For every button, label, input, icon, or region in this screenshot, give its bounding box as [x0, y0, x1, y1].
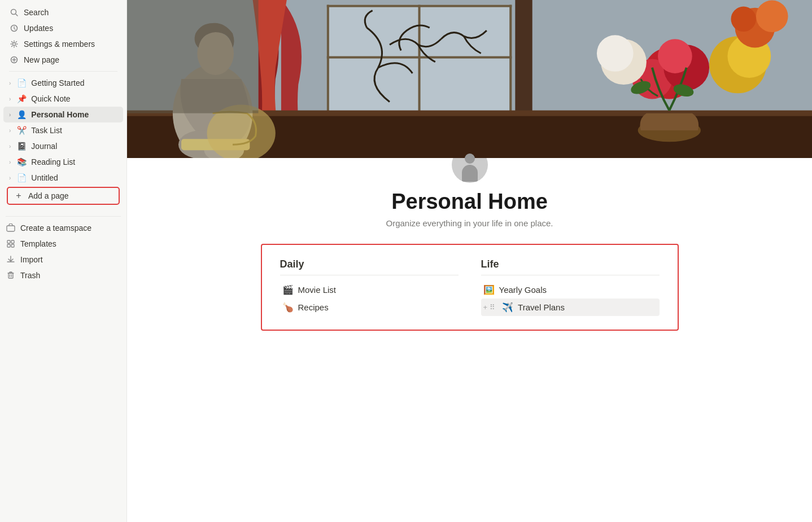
chevron-icon: ›: [9, 96, 11, 102]
yearly-goals-item[interactable]: 🖼️ Yearly Goals: [481, 281, 660, 299]
svg-point-38: [731, 7, 756, 32]
svg-point-37: [756, 1, 788, 33]
sidebar-item-import[interactable]: Import: [0, 252, 126, 267]
sidebar-item-reading-list[interactable]: › 📚 Reading List: [3, 154, 123, 170]
life-header: Life: [481, 258, 660, 275]
travel-plans-actions: + ⠿: [483, 303, 496, 312]
page-subtitle: Organize everything in your life in one …: [261, 218, 679, 228]
sidebar-item-trash[interactable]: Trash: [0, 267, 126, 283]
settings-icon: [9, 39, 19, 49]
page-body: Personal Home Organize everything in you…: [216, 158, 724, 365]
sidebar-item-quick-note[interactable]: › 📌 Quick Note: [3, 91, 123, 107]
svg-rect-17: [327, 5, 329, 119]
sidebar-top: Search Updates Settings & members: [0, 0, 126, 208]
updates-icon: [9, 23, 19, 33]
templates-icon: [6, 239, 16, 249]
reading-list-label: Reading List: [31, 157, 117, 166]
recipes-label: Recipes: [298, 302, 329, 312]
teamspace-icon: [6, 223, 16, 233]
plus-icon: +: [14, 191, 24, 201]
updates-label: Updates: [24, 24, 117, 33]
daily-column: Daily 🎬 Movie List 🍗 Recipes: [280, 258, 459, 316]
svg-rect-11: [11, 244, 14, 247]
svg-rect-45: [127, 0, 258, 113]
cover-painting: [127, 0, 812, 158]
settings-label: Settings & members: [24, 40, 117, 49]
chevron-icon: ›: [9, 80, 11, 86]
svg-rect-18: [509, 5, 512, 119]
movie-list-icon: 🎬: [282, 284, 294, 295]
sidebar-item-journal[interactable]: › 📓 Journal: [3, 138, 123, 154]
sidebar-item-search[interactable]: Search: [3, 5, 123, 20]
daily-header: Daily: [280, 258, 459, 275]
movie-list-item[interactable]: 🎬 Movie List: [280, 281, 459, 299]
add-icon: +: [483, 303, 488, 312]
sidebar-divider-bottom: [6, 216, 121, 217]
templates-label: Templates: [20, 239, 121, 248]
trash-label: Trash: [20, 271, 121, 280]
new-page-label: New page: [24, 55, 117, 64]
quick-note-label: Quick Note: [31, 94, 117, 103]
travel-plans-label: Travel Plans: [518, 302, 565, 312]
sidebar-item-settings[interactable]: Settings & members: [3, 36, 123, 52]
main-content: Personal Home Organize everything in you…: [127, 0, 812, 522]
book-icon: 📚: [16, 157, 27, 167]
cover-image: [127, 0, 812, 158]
drag-icon: ⠿: [490, 303, 495, 312]
getting-started-label: Getting Started: [31, 78, 117, 87]
sidebar: Search Updates Settings & members: [0, 0, 127, 522]
new-page-icon: [9, 55, 19, 65]
sidebar-item-new-page[interactable]: New page: [3, 52, 123, 68]
svg-rect-8: [7, 240, 10, 243]
search-icon: [9, 7, 19, 17]
chevron-icon: ›: [9, 143, 11, 150]
avatar-body: [462, 165, 478, 182]
svg-rect-10: [7, 244, 10, 247]
sidebar-item-untitled[interactable]: › 📄 Untitled: [3, 170, 123, 186]
scissors-icon: ✂️: [16, 125, 27, 135]
add-page-button[interactable]: + Add a page: [7, 187, 120, 205]
avatar-figure: [460, 153, 480, 183]
life-column: Life 🖼️ Yearly Goals + ⠿ ✈️ Travel Plans: [481, 258, 660, 316]
svg-point-3: [13, 43, 16, 46]
sidebar-item-personal-home[interactable]: › 👤 Personal Home: [3, 107, 123, 122]
svg-rect-7: [7, 226, 15, 231]
svg-rect-12: [8, 273, 13, 278]
search-label: Search: [24, 8, 117, 17]
svg-point-31: [597, 35, 634, 72]
import-label: Import: [20, 255, 121, 264]
svg-line-1: [16, 14, 18, 16]
untitled-label: Untitled: [31, 173, 117, 182]
sidebar-item-getting-started[interactable]: › 📄 Getting Started: [3, 75, 123, 91]
sidebar-divider-top: [9, 71, 117, 72]
chevron-icon: ›: [9, 128, 11, 134]
chevron-icon: ›: [9, 175, 11, 181]
movie-list-label: Movie List: [298, 285, 337, 295]
svg-rect-21: [418, 5, 421, 119]
trash-icon: [6, 270, 16, 280]
task-list-label: Task List: [31, 126, 117, 135]
yearly-goals-label: Yearly Goals: [499, 285, 547, 295]
import-icon: [6, 255, 16, 265]
recipes-item[interactable]: 🍗 Recipes: [280, 299, 459, 316]
sidebar-bottom: Create a teamspace Templates Import: [0, 213, 126, 283]
sidebar-item-create-teamspace[interactable]: Create a teamspace: [0, 220, 126, 236]
personal-home-label: Personal Home: [31, 110, 117, 119]
recipes-icon: 🍗: [282, 302, 294, 313]
svg-rect-9: [11, 240, 14, 243]
add-page-label: Add a page: [28, 191, 69, 200]
sidebar-item-task-list[interactable]: › ✂️ Task List: [3, 122, 123, 138]
pin-icon: 📌: [16, 94, 27, 104]
sidebar-item-templates[interactable]: Templates: [0, 236, 126, 252]
page-title: Personal Home: [261, 190, 679, 214]
page-icon: 📄: [16, 78, 27, 88]
travel-plans-item[interactable]: + ⠿ ✈️ Travel Plans: [481, 299, 660, 316]
avatar-head: [465, 153, 475, 164]
chevron-icon: ›: [9, 112, 11, 118]
doc-icon: 📄: [16, 173, 27, 183]
yearly-goals-icon: 🖼️: [483, 284, 495, 295]
journal-icon: 📓: [16, 141, 27, 151]
sidebar-item-updates[interactable]: Updates: [3, 20, 123, 36]
travel-plans-icon: ✈️: [502, 302, 513, 313]
journal-label: Journal: [31, 142, 117, 151]
